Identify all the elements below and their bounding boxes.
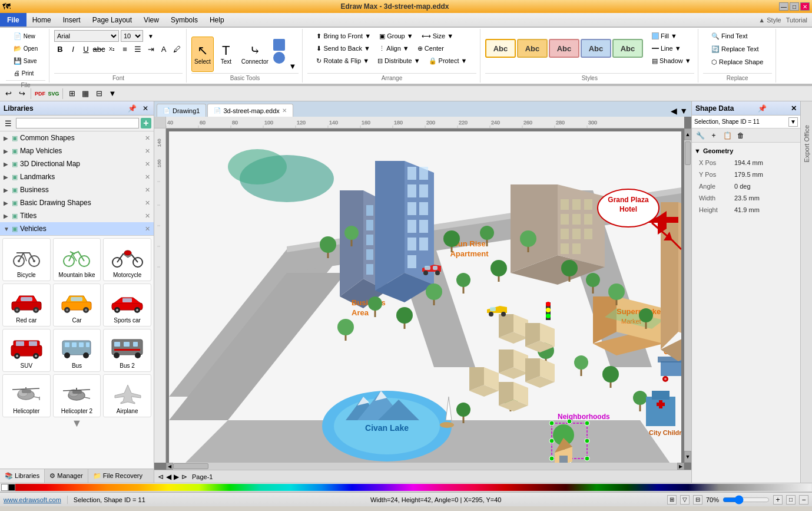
menu-tutorial[interactable]: Tutorial xyxy=(786,17,807,24)
lib-item-close-4[interactable]: ✕ xyxy=(145,173,150,181)
lib-item-close-3[interactable]: ✕ xyxy=(145,160,150,168)
line-button[interactable]: Line ▼ xyxy=(649,42,694,54)
lib-item-close-8[interactable]: ✕ xyxy=(145,225,150,233)
shape-sports-car[interactable]: Sports car xyxy=(103,283,151,327)
new-button[interactable]: 📄 New xyxy=(11,30,41,42)
connector-tool-button[interactable]: ⤷ Connector xyxy=(238,37,271,72)
lib-item-close-6[interactable]: ✕ xyxy=(145,199,150,207)
subscript-button[interactable]: X₂ xyxy=(106,43,118,55)
tab-scroll-left[interactable]: ◀ xyxy=(670,105,678,117)
minimize-button[interactable]: — xyxy=(779,2,788,11)
style-box-5[interactable]: Abc xyxy=(612,39,643,58)
shape-red-car[interactable]: Red car xyxy=(2,283,51,327)
rotate-flip-button[interactable]: ↻ Rotate & Flip ▼ xyxy=(313,55,372,67)
scroll-right-button[interactable]: ▶ xyxy=(677,463,684,470)
library-pin-button[interactable]: 📌 xyxy=(126,104,138,113)
shape-helicopter2[interactable]: Helicopter 2 xyxy=(53,374,101,417)
close-button[interactable]: ✕ xyxy=(800,2,810,11)
shape-suv[interactable]: SUV xyxy=(2,329,51,372)
shape-helicopter[interactable]: Helicopter xyxy=(2,374,51,417)
menu-home[interactable]: Home xyxy=(26,13,57,27)
select-tool-button[interactable]: ↖ Select xyxy=(191,37,214,72)
strikethrough-button[interactable]: abc xyxy=(93,43,105,55)
bring-to-front-button[interactable]: ⬆ Bring to Front ▼ xyxy=(313,30,374,42)
shape-motorcycle[interactable]: Motorcycle xyxy=(103,238,151,281)
font-color-button[interactable]: A xyxy=(158,43,170,55)
scroll-up-button[interactable]: ▲ xyxy=(684,128,691,140)
scroll-left-button[interactable]: ◀ xyxy=(166,463,173,470)
export-label[interactable]: Export Office xyxy=(803,125,810,162)
shape-data-pin[interactable]: 📌 xyxy=(758,104,767,113)
page-next-button[interactable]: ▶ xyxy=(174,473,179,481)
scroll-down-button[interactable]: ▼ xyxy=(2,417,151,429)
tab-file-recovery[interactable]: 📁 File Recovery xyxy=(88,469,147,483)
indent-button[interactable]: ⇥ xyxy=(145,43,157,55)
toolbar-more-button[interactable]: ▼ xyxy=(107,88,118,100)
lib-item-vehicles[interactable]: ▼ ▣ Vehicles ✕ xyxy=(0,222,154,235)
page-prev-button[interactable]: ◀ xyxy=(166,473,171,481)
shape-bus2[interactable]: Bus 2 xyxy=(103,329,151,372)
text-tool-button[interactable]: T Text xyxy=(216,37,237,72)
find-text-button[interactable]: 🔍 Find Text xyxy=(708,30,751,42)
center-button[interactable]: ⊕ Center xyxy=(415,42,447,54)
tab-manager[interactable]: ⚙ Manager xyxy=(45,469,88,483)
menu-symbols[interactable]: Symbols xyxy=(165,13,204,27)
replace-shape-button[interactable]: ⬡ Replace Shape xyxy=(708,56,766,68)
lib-item-titles[interactable]: ▶ ▣ Titles ✕ xyxy=(0,209,154,222)
lib-item-close-7[interactable]: ✕ xyxy=(145,212,150,220)
shape-add-button[interactable]: + xyxy=(708,130,720,141)
print-button[interactable]: 🖨 Print xyxy=(11,67,41,79)
grid-button[interactable]: ⊞ xyxy=(66,88,78,100)
style-box-4[interactable]: Abc xyxy=(581,39,611,58)
undo-button[interactable]: ↩ xyxy=(2,88,14,100)
shape-circle-button[interactable] xyxy=(273,52,285,64)
group-button[interactable]: ▣ Group ▼ xyxy=(376,30,416,42)
shape-bicycle[interactable]: Bicycle xyxy=(2,238,51,281)
tab-collapse-button[interactable]: ▼ xyxy=(678,105,689,117)
shape-airplane[interactable]: Airplane xyxy=(103,374,151,417)
horizontal-scrollbar[interactable]: ◀ ▶ xyxy=(166,463,684,470)
style-box-3[interactable]: Abc xyxy=(549,39,579,58)
tab-drawing1[interactable]: 📄 Drawing1 xyxy=(157,104,206,117)
menu-insert[interactable]: Insert xyxy=(57,13,87,27)
geometry-header[interactable]: ▼ Geometry xyxy=(694,145,798,157)
save-button[interactable]: 💾 Save xyxy=(11,55,41,67)
pdf-export-button[interactable]: PDF xyxy=(34,88,46,100)
scroll-thumb-h[interactable] xyxy=(173,463,208,469)
replace-text-button[interactable]: 🔄 Replace Text xyxy=(708,43,761,55)
menu-file[interactable]: File xyxy=(0,13,26,27)
shape-delete-button[interactable]: 🗑 xyxy=(735,130,747,141)
lib-item-map-vehicles[interactable]: ▶ ▣ Map Vehicles ✕ xyxy=(0,144,154,157)
page-first-button[interactable]: ⊲ xyxy=(158,473,164,481)
distribute-button[interactable]: ⊟ Distribute ▼ xyxy=(374,55,423,67)
page-last-button[interactable]: ⊳ xyxy=(181,473,187,481)
shape-filter-button[interactable]: 🔧 xyxy=(694,130,706,141)
shadow-button[interactable]: ▤ Shadow ▼ xyxy=(649,55,694,67)
status-icon-1[interactable]: ⊞ xyxy=(667,495,677,505)
zoom-out-button[interactable]: − xyxy=(799,495,808,505)
lib-item-common-shapes[interactable]: ▶ ▣ Common Shapes ✕ xyxy=(0,131,154,144)
zoom-slider[interactable] xyxy=(722,496,770,503)
shape-car[interactable]: Car xyxy=(53,283,101,327)
status-icon-2[interactable]: ▽ xyxy=(680,495,690,505)
menu-style[interactable]: ▲ Style xyxy=(758,17,781,24)
send-to-back-button[interactable]: ⬇ Send to Back ▼ xyxy=(313,42,373,54)
shape-id-dropdown[interactable]: ▼ xyxy=(788,117,798,127)
shape-bus[interactable]: Bus xyxy=(53,329,101,372)
open-button[interactable]: 📂 Open xyxy=(11,42,41,54)
library-menu-button[interactable]: ☰ xyxy=(2,117,14,129)
size-button[interactable]: ⟷ Size ▼ xyxy=(419,30,456,42)
color-white[interactable] xyxy=(1,484,8,491)
lib-item-close[interactable]: ✕ xyxy=(145,134,150,142)
shape-copy-button[interactable]: 📋 xyxy=(721,130,733,141)
lib-item-drawing-shapes[interactable]: ▶ ▣ Basic Drawing Shapes ✕ xyxy=(0,196,154,209)
maximize-button[interactable]: □ xyxy=(790,2,799,11)
drawing-canvas[interactable]: Sun Rise Apartment Business Area xyxy=(169,131,681,463)
table-button[interactable]: ▦ xyxy=(79,88,91,100)
shape-mountain-bike[interactable]: Mountain bike xyxy=(53,238,101,281)
tab-close-icon[interactable]: ✕ xyxy=(282,107,287,114)
protect-button[interactable]: 🔒 Protect ▼ xyxy=(426,55,470,67)
svg-export-button[interactable]: SVG xyxy=(48,88,59,100)
scroll-thumb-v[interactable] xyxy=(685,141,691,165)
shape-square-button[interactable] xyxy=(273,39,285,51)
